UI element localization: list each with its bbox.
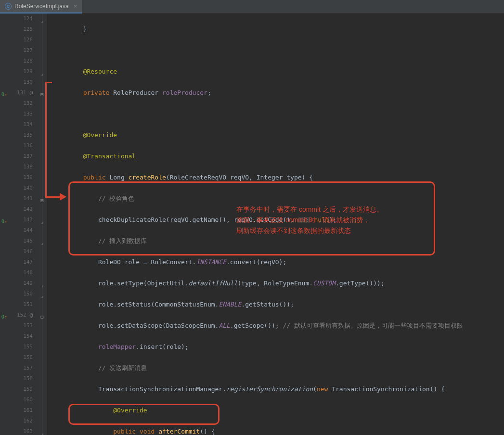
code-line: private RoleProducer roleProducer;	[53, 88, 504, 98]
code-line: role.setType(ObjectUtil.defaultIfNull(ty…	[53, 278, 504, 289]
java-class-icon: C	[5, 3, 12, 10]
fold-end-icon[interactable]: ⌟	[39, 217, 45, 227]
line-number: 126	[11, 35, 33, 45]
code-line: @Override	[53, 405, 504, 416]
line-number: 144	[11, 225, 33, 236]
annotation-arrow-icon	[60, 193, 66, 201]
fold-start-icon[interactable]: ⊟	[39, 312, 45, 322]
fold-end-icon[interactable]: ⌟	[39, 280, 45, 291]
code-line: public void afterCommit() {	[53, 426, 504, 435]
override-gutter-icon[interactable]: O↑	[1, 312, 7, 322]
line-number: 129	[11, 66, 33, 77]
code-line: // 发送刷新消息	[53, 363, 504, 373]
annotation-vertical-line	[45, 82, 47, 197]
line-number: 139	[11, 172, 33, 183]
fold-end-icon[interactable]: ⌟	[39, 428, 45, 435]
fold-start-icon[interactable]: ⊟	[39, 195, 45, 206]
line-number: 140	[11, 183, 33, 193]
line-number-gutter: 124 125 126 127 128 129 130 131 @ 132 13…	[11, 13, 38, 435]
line-number: 125	[11, 24, 33, 35]
line-number: 145	[11, 236, 33, 246]
editor-tab[interactable]: C RoleServiceImpl.java ×	[0, 0, 82, 13]
line-number: 146	[11, 246, 33, 257]
line-number: 161	[11, 405, 33, 416]
code-line: roleMapper.insert(role);	[53, 342, 504, 352]
tab-filename: RoleServiceImpl.java	[14, 3, 69, 10]
line-number: 162	[11, 416, 33, 426]
annotation-text: 在事务中时，需要在 commit 之后，才发送消息。 原因：事务还没 commi…	[236, 204, 383, 236]
code-line: // 插入到数据库	[53, 236, 504, 246]
line-number: 160	[11, 395, 33, 405]
line-number: 152 @	[11, 310, 33, 320]
code-line: // 校验角色	[53, 193, 504, 204]
marker-column: O↑ O↑ O↑	[0, 13, 11, 435]
annotation-horizontal-line	[45, 196, 60, 198]
line-number: 147	[11, 257, 33, 268]
fold-end-icon[interactable]: ⌟	[39, 291, 45, 301]
line-number: 141	[11, 193, 33, 204]
line-number: 156	[11, 352, 33, 363]
line-number: 159	[11, 384, 33, 395]
line-number: 128	[11, 56, 33, 66]
line-number: 157	[11, 363, 33, 373]
line-number: 127	[11, 45, 33, 56]
fold-column: ⌟ ⌟ ⊟ ⊟ ⌟ ⌟ ⌟ ⌟ ⊟ ⌟	[38, 13, 47, 435]
line-number: 131 @	[11, 88, 33, 98]
code-line: @Transactional	[53, 151, 504, 162]
code-line: @Resource	[53, 66, 504, 77]
line-number: 154	[11, 331, 33, 342]
code-line: RoleDO role = RoleConvert.INSTANCE.conve…	[53, 257, 504, 268]
code-line: @Override	[53, 130, 504, 141]
code-line: }	[53, 24, 504, 35]
line-number: 155	[11, 342, 33, 352]
line-number: 158	[11, 373, 33, 384]
code-editor[interactable]: O↑ O↑ O↑ 124 125 126 127 128 129 130 131…	[0, 13, 504, 435]
line-number: 137	[11, 151, 33, 162]
code-line: role.setDataScope(DataScopeEnum.ALL.getS…	[53, 320, 504, 331]
fold-end-icon[interactable]: ⌟	[39, 238, 45, 248]
override-gutter-icon[interactable]: O↑	[1, 217, 7, 227]
close-icon[interactable]: ×	[74, 2, 78, 10]
fold-end-icon[interactable]: ⌟	[39, 68, 45, 79]
line-number: 138	[11, 162, 33, 172]
code-line: public Long createRole(RoleCreateReqVO r…	[53, 172, 504, 183]
usages-icon[interactable]: @	[29, 312, 33, 318]
tab-bar: C RoleServiceImpl.java ×	[0, 0, 504, 13]
line-number: 135	[11, 130, 33, 141]
usages-icon[interactable]: @	[29, 90, 33, 96]
line-number: 134	[11, 119, 33, 130]
code-area[interactable]: } @Resource private RoleProducer rolePro…	[47, 13, 504, 435]
line-number: 149	[11, 278, 33, 289]
fold-start-icon[interactable]: ⊟	[39, 90, 45, 100]
code-line: TransactionSynchronizationManager.regist…	[53, 384, 504, 395]
line-number: 153	[11, 320, 33, 331]
override-gutter-icon[interactable]: O↑	[1, 90, 7, 100]
line-number: 143	[11, 215, 33, 225]
fold-end-icon[interactable]: ⌟	[39, 15, 45, 26]
line-number: 142	[11, 204, 33, 215]
code-line	[53, 45, 504, 56]
line-number: 133	[11, 109, 33, 119]
line-number: 132	[11, 98, 33, 109]
line-number: 151	[11, 299, 33, 310]
line-number: 130	[11, 77, 33, 88]
annotation-horizontal-line	[45, 82, 52, 83]
line-number: 163	[11, 426, 33, 435]
line-number: 150	[11, 289, 33, 299]
line-number: 148	[11, 268, 33, 278]
code-line: role.setStatus(CommonStatusEnum.ENABLE.g…	[53, 299, 504, 310]
line-number: 136	[11, 141, 33, 151]
code-line	[53, 109, 504, 119]
line-number: 124	[11, 13, 33, 24]
